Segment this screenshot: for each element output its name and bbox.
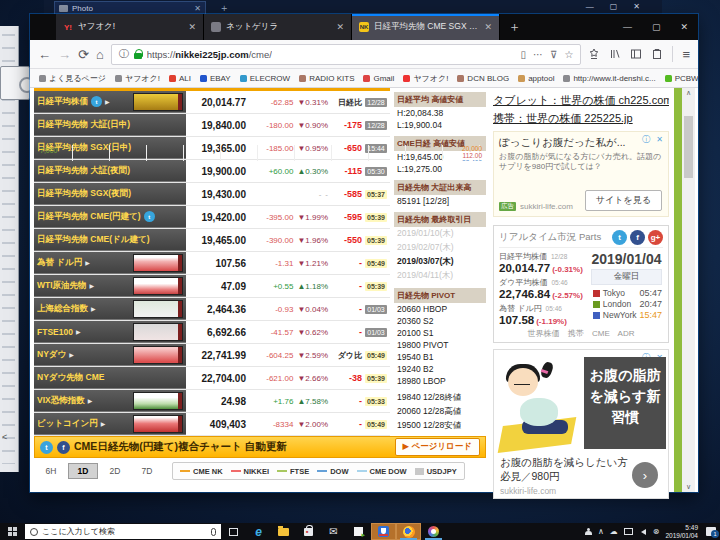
row-label-cell[interactable]: 日経平均先物 大証(夜間) (34, 160, 186, 182)
menu-icon[interactable]: ≡ (682, 47, 690, 62)
expand-arrow-icon[interactable]: ▶ (85, 259, 90, 266)
volume-tray-icon[interactable] (638, 529, 646, 535)
row-label-cell[interactable]: 上海総合指数▶ (34, 298, 186, 320)
bookmark-item[interactable]: apptool (518, 74, 554, 83)
row-label-cell[interactable]: WTI原油先物▶ (34, 275, 186, 297)
clipboard-icon[interactable] (651, 48, 663, 60)
table-row[interactable]: 日経平均先物 大証(夜間)19,900.00+60.00▲0.30%-11505… (34, 160, 390, 183)
expand-arrow-icon[interactable]: ▶ (91, 305, 96, 312)
background-minimize-button[interactable]: — (586, 2, 594, 11)
table-row[interactable]: 日経平均先物 CME(円建て)t19,420.00-395.00▼1.99%-5… (34, 206, 390, 229)
page-info-icon[interactable]: ⓘ (119, 47, 129, 61)
tray-chevron-icon[interactable]: ∧ (598, 527, 604, 536)
mobile-site-link[interactable]: 携帯：世界の株価 225225.jp (493, 111, 669, 126)
security-app-taskbar-icon[interactable] (371, 523, 396, 540)
background-tab-photo[interactable]: Photo ✕ (54, 1, 206, 15)
background-new-tab-button[interactable]: ＋ (219, 1, 229, 15)
expand-arrow-icon[interactable]: ▶ (90, 282, 95, 289)
paint3d-taskbar-icon[interactable] (421, 523, 446, 540)
twitter-icon[interactable]: t (91, 96, 102, 107)
action-dismiss-icon[interactable]: ⊗ (653, 527, 660, 536)
reload-button[interactable]: ⟳ (78, 47, 89, 62)
tab-yahoo-auctions[interactable]: Y! ヤフオク! ✕ (56, 14, 204, 40)
twitter-icon[interactable]: t (40, 441, 53, 454)
mini-chart-thumbnail[interactable] (133, 93, 183, 111)
ad-cta-button[interactable]: サイトを見る (585, 190, 662, 211)
photo-tab-close-icon[interactable]: ✕ (194, 4, 201, 13)
back-button[interactable]: ← (38, 47, 51, 62)
mini-chart-thumbnail[interactable] (133, 392, 183, 410)
panel-footer-links[interactable]: 世界株価 携帯 CME ADR (494, 328, 668, 339)
table-row[interactable]: 日経平均先物 CME(ドル建て)19,465.00-390.00▼1.96%-5… (34, 229, 390, 252)
bookmark-item[interactable]: RADIO KITS (299, 74, 354, 83)
action-center-icon[interactable]: 1 (706, 527, 716, 536)
onedrive-cloud-icon[interactable]: ☁ (610, 527, 618, 536)
account-icon[interactable] (588, 48, 600, 60)
table-row[interactable]: VIX恐怖指数▶24.98+1.76▲7.58%-05:33 (34, 390, 390, 413)
row-label-cell[interactable]: ビットコイン円▶ (34, 413, 186, 435)
microphone-icon[interactable] (211, 528, 216, 536)
expand-arrow-icon[interactable]: ▶ (76, 328, 81, 335)
table-row[interactable]: 日経平均先物 SGX(夜間)19,430.00---58505:37 (34, 183, 390, 206)
bookmark-item[interactable]: よく見るページ (39, 73, 106, 84)
forward-button[interactable]: → (58, 47, 71, 62)
maximize-button[interactable]: ▢ (652, 22, 661, 32)
close-button[interactable]: ✕ (680, 22, 688, 32)
store-taskbar-icon[interactable] (296, 523, 321, 540)
firefox-taskbar-icon[interactable] (396, 523, 421, 540)
ad-top[interactable]: ⓘ ✕ ぽっこりお腹だった私が... お腹の脂肪が気になる方にバカ売れ。話題のサ… (493, 131, 669, 217)
mini-chart-thumbnail[interactable] (133, 415, 183, 433)
taskbar-clock[interactable]: 5:49 2019/01/04 (665, 524, 698, 539)
mail-taskbar-icon[interactable]: ✉ (321, 523, 346, 540)
expand-arrow-icon[interactable]: ▶ (101, 420, 106, 427)
home-button[interactable]: ⌂ (96, 47, 104, 62)
start-button[interactable] (0, 523, 25, 540)
bookmark-star-icon[interactable]: ☆ (564, 49, 573, 60)
mini-chart-thumbnail[interactable] (133, 254, 183, 272)
send-to-device-icon[interactable]: ▯ (521, 49, 527, 60)
minimize-button[interactable]: — (623, 22, 632, 32)
task-view-button[interactable] (221, 523, 246, 540)
facebook-icon[interactable]: f (57, 441, 70, 454)
edge-taskbar-icon[interactable]: e (246, 523, 271, 540)
bookmark-item[interactable]: DCN BLOG (457, 74, 509, 83)
new-tab-button[interactable]: ＋ (508, 18, 521, 36)
table-row[interactable]: FTSE100▶6,692.66-41.57▼0.62%-01/03 (34, 321, 390, 344)
scroll-down-arrow[interactable]: ∨ (682, 483, 695, 491)
ad-info-close-icons[interactable]: ⓘ ✕ (642, 134, 665, 145)
expand-arrow-icon[interactable]: ▶ (69, 351, 74, 358)
background-close-button[interactable]: ✕ (633, 2, 640, 11)
scroll-up-arrow[interactable]: ∧ (682, 89, 695, 97)
row-label-cell[interactable]: 日経平均先物 SGX(夜間) (34, 183, 186, 205)
row-label-cell[interactable]: VIX恐怖指数▶ (34, 390, 186, 412)
row-label-cell[interactable]: 日経平均先物 大証(日中) (34, 114, 186, 136)
twitter-icon[interactable]: t (612, 230, 627, 245)
url-bar[interactable]: ⓘ https://nikkei225jp.com/cme/ ▯ ⋯ ⊽ ☆ (111, 44, 582, 65)
table-row[interactable]: ビットコイン円▶409,403-8334▼2.00%-05:49 (34, 413, 390, 436)
tab-close-icon[interactable]: ✕ (484, 22, 492, 32)
expand-arrow-icon[interactable]: ▶ (88, 397, 93, 404)
bookmark-item[interactable]: ALI (169, 74, 191, 83)
sidebar-toggle-icon[interactable] (630, 48, 642, 60)
row-label-cell[interactable]: NYダウ▶ (34, 344, 186, 366)
scrollbar-thumb[interactable] (684, 116, 693, 178)
timeframe-button-7d[interactable]: 7D (132, 463, 162, 479)
bookmark-item[interactable]: ELECROW (240, 74, 290, 83)
tab-close-icon[interactable]: ✕ (336, 22, 344, 32)
bookmark-item[interactable]: Gmail (363, 74, 394, 83)
table-row[interactable]: NYダウ▶22,741.99-604.25▼2.59%ダウ比05:49 (34, 344, 390, 367)
row-label-cell[interactable]: 日経平均先物 CME(円建て)t (34, 206, 186, 228)
mini-chart-thumbnail[interactable] (133, 346, 183, 364)
row-label-cell[interactable]: 日経平均先物 CME(ドル建て) (34, 229, 186, 251)
mini-chart-thumbnail[interactable] (133, 277, 183, 295)
snip-taskbar-icon[interactable] (346, 523, 371, 540)
row-label-cell[interactable]: 日経平均株価t▶ (34, 91, 186, 113)
ad-title[interactable]: ぽっこりお腹だった私が... (499, 136, 663, 150)
bookmark-item[interactable]: EBAY (200, 74, 231, 83)
people-tray-icon[interactable] (585, 528, 592, 535)
file-explorer-taskbar-icon[interactable] (271, 523, 296, 540)
google-plus-icon[interactable]: g+ (648, 230, 663, 245)
library-icon[interactable] (609, 48, 621, 60)
table-row[interactable]: 日経平均先物 大証(日中)19,840.00-180.00▼0.90%-1751… (34, 114, 390, 137)
ad-bottom[interactable]: ⓘ ✕ お腹の脂肪 を減らす新 習慣 お腹の脂肪を減らしたい方 必見／980円 … (493, 349, 669, 499)
